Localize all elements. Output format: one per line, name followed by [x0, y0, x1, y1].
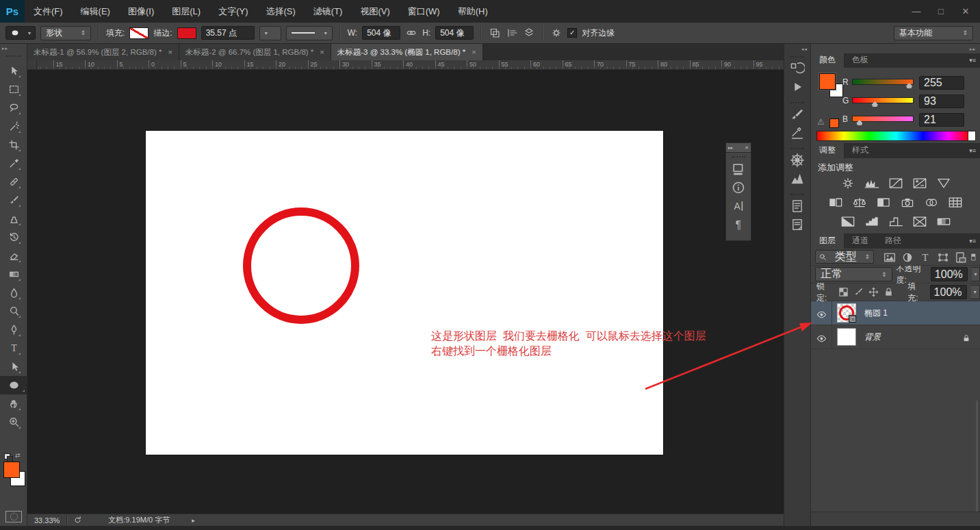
- lock-paint-icon[interactable]: [853, 287, 864, 297]
- eraser-tool[interactable]: [4, 247, 23, 265]
- move-tool[interactable]: [4, 62, 23, 80]
- layer-thumbnail[interactable]: [837, 328, 856, 346]
- color-balance-adjustment-icon[interactable]: [851, 197, 868, 208]
- maximize-button[interactable]: □: [931, 0, 951, 23]
- crop-tool[interactable]: [4, 136, 23, 154]
- panel-icon-paragraph[interactable]: ¶: [732, 218, 745, 231]
- align-edges-checkbox[interactable]: ✓: [567, 28, 577, 38]
- panels-collapse-button[interactable]: ▸▸: [970, 47, 976, 52]
- history-brush-tool[interactable]: [4, 228, 23, 247]
- channel-mixer-adjustment-icon[interactable]: [923, 197, 940, 208]
- toolbox-grip[interactable]: [6, 55, 21, 57]
- stroke-swatch[interactable]: [177, 27, 196, 39]
- info-doc-panel-icon[interactable]: [790, 199, 805, 214]
- lock-transparent-icon[interactable]: [838, 287, 849, 297]
- blend-mode-select[interactable]: 正常⇕: [815, 267, 892, 281]
- layer-filter-type-select[interactable]: 类型 ⇕: [815, 250, 874, 264]
- channel-slider[interactable]: [852, 116, 914, 122]
- menu-item-8[interactable]: 窗口(W): [399, 6, 449, 16]
- toolbox-collapse-button[interactable]: ▸▸: [2, 46, 8, 51]
- stroke-width-dropdown[interactable]: ▾: [259, 26, 281, 40]
- channel-value-field[interactable]: 255: [919, 76, 964, 90]
- document-tab-2[interactable]: 未标题-2 @ 66.7% (图层 1, RGB/8) *×: [179, 44, 331, 60]
- histogram-panel-icon[interactable]: [790, 171, 805, 186]
- close-button[interactable]: ✕: [955, 0, 976, 23]
- layers-tab-通道[interactable]: 通道: [844, 233, 877, 249]
- adjustment-filter-icon[interactable]: [901, 251, 914, 262]
- menu-item-4[interactable]: 文字(Y): [209, 6, 257, 16]
- panel-icon-color[interactable]: [732, 162, 745, 176]
- opacity-field[interactable]: 100%: [931, 267, 968, 281]
- tool-mode-select[interactable]: 形状⇕: [40, 26, 91, 40]
- curves-adjustment-icon[interactable]: [887, 177, 905, 189]
- adjustments-tab-调整[interactable]: 调整: [811, 142, 844, 158]
- path-operations-button[interactable]: [489, 27, 501, 38]
- zoom-tool[interactable]: [4, 413, 23, 431]
- gradient-map-adjustment-icon[interactable]: [935, 216, 953, 227]
- type-filter-icon[interactable]: T: [919, 251, 931, 262]
- channel-value-field[interactable]: 21: [919, 113, 964, 127]
- gradient-tool[interactable]: [4, 265, 23, 283]
- ellipse-tool[interactable]: [0, 376, 27, 394]
- color-spectrum-bar[interactable]: [816, 131, 976, 141]
- vibrance-adjustment-icon[interactable]: [935, 177, 953, 189]
- brush-presets-panel-icon[interactable]: [790, 107, 805, 122]
- color-tab-色板[interactable]: 色板: [844, 52, 877, 68]
- menu-item-2[interactable]: 图像(I): [119, 6, 163, 16]
- navigator-panel-icon[interactable]: [790, 153, 805, 168]
- tool-preset-picker[interactable]: ▾: [5, 26, 36, 40]
- stroke-style-select[interactable]: ▾: [286, 26, 333, 40]
- layers-tab-图层[interactable]: 图层: [811, 233, 844, 249]
- posterize-adjustment-icon[interactable]: [863, 216, 881, 227]
- tab-close-icon[interactable]: ×: [168, 48, 172, 56]
- hand-tool[interactable]: [4, 394, 23, 413]
- layer-visibility-cell[interactable]: [811, 301, 832, 325]
- tool-presets-panel-icon[interactable]: [790, 125, 805, 140]
- lasso-tool[interactable]: [4, 99, 23, 117]
- threshold-adjustment-icon[interactable]: [887, 216, 905, 227]
- adjustments-panel-menu-icon[interactable]: ▾≡: [969, 147, 976, 154]
- foreground-color-swatch[interactable]: [3, 462, 20, 478]
- quick-mask-button[interactable]: [5, 511, 22, 522]
- link-dimensions-icon[interactable]: [405, 27, 417, 38]
- smart-object-filter-icon[interactable]: [955, 251, 967, 262]
- status-options-button[interactable]: ▸: [192, 517, 195, 524]
- color-tab-颜色[interactable]: 颜色: [811, 52, 844, 68]
- channel-slider[interactable]: [852, 97, 914, 103]
- photo-filter-adjustment-icon[interactable]: [899, 197, 916, 208]
- filter-toggle-switch[interactable]: [970, 251, 977, 264]
- menu-item-7[interactable]: 视图(V): [351, 6, 398, 16]
- fill-field[interactable]: 100%: [930, 285, 967, 299]
- dock-grip[interactable]: [790, 148, 804, 149]
- menu-item-1[interactable]: 编辑(E): [72, 6, 119, 16]
- hue-saturation-adjustment-icon[interactable]: [827, 197, 844, 208]
- shape-width-field[interactable]: 504 像: [362, 26, 400, 40]
- float-collapse-button[interactable]: ▸▸: [728, 145, 733, 151]
- invert-adjustment-icon[interactable]: [839, 216, 857, 227]
- path-align-button[interactable]: [506, 27, 518, 38]
- type-tool[interactable]: T: [4, 339, 23, 357]
- geometry-options-button[interactable]: [550, 27, 563, 38]
- horizontal-ruler[interactable]: 1510505101520253035404550556065707580859…: [37, 60, 784, 70]
- layers-panel-menu-icon[interactable]: ▾≡: [969, 238, 976, 244]
- dodge-tool[interactable]: [4, 302, 23, 320]
- pixel-filter-icon[interactable]: [884, 251, 896, 262]
- dock-grip[interactable]: [790, 56, 804, 58]
- zoom-level-field[interactable]: 33.33%: [27, 516, 66, 525]
- panel-icon-character[interactable]: A: [732, 199, 745, 213]
- menu-item-5[interactable]: 选择(S): [257, 6, 304, 16]
- black-white-adjustment-icon[interactable]: [875, 197, 892, 208]
- lock-position-icon[interactable]: [868, 287, 879, 297]
- dock-grip[interactable]: [790, 102, 804, 103]
- layer-row-椭圆 1[interactable]: 椭圆 1: [811, 301, 980, 325]
- layers-tab-路径[interactable]: 路径: [877, 233, 910, 249]
- layer-row-背景[interactable]: 背景: [811, 325, 980, 349]
- document-tab-3[interactable]: 未标题-3 @ 33.3% (椭圆 1, RGB/8) *×: [331, 44, 483, 60]
- dock-collapse-button[interactable]: ◂◂: [801, 47, 808, 52]
- color-panel-menu-icon[interactable]: ▾≡: [969, 57, 976, 64]
- workspace-select[interactable]: 基本功能⇕: [894, 26, 973, 40]
- dock-grip[interactable]: [790, 194, 804, 195]
- shape-filter-icon[interactable]: [937, 251, 949, 262]
- tab-close-icon[interactable]: ×: [472, 48, 476, 56]
- menu-item-9[interactable]: 帮助(H): [449, 6, 497, 16]
